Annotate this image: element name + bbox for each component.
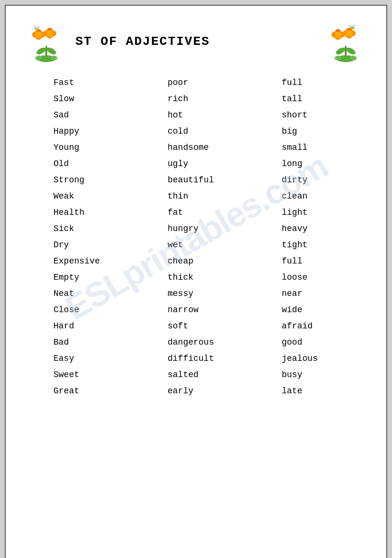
list-item: Fast [25,74,139,91]
svg-point-1 [35,46,47,56]
svg-point-45 [352,25,356,28]
header: ST OF ADJECTIVES [25,20,367,63]
list-item: ugly [139,156,253,172]
svg-point-2 [46,46,57,56]
list-item: Neat [25,285,139,302]
list-item: loose [253,269,367,285]
list-item: salted [139,367,253,383]
list-item: thin [139,188,253,204]
list-item: light [253,204,367,221]
list-item: cold [139,123,253,139]
svg-point-38 [346,30,352,37]
list-item: poor [139,74,253,91]
list-item: difficult [139,350,253,367]
list-item: narrow [139,302,253,318]
list-item: Dry [25,237,139,253]
list-item: afraid [253,318,367,334]
list-item: Easy [25,350,139,367]
list-item: rich [139,91,253,107]
list-item: hot [139,107,253,123]
list-item: jealous [253,350,367,367]
flower-left-icon [25,20,68,63]
list-item: beautiful [139,172,253,188]
list-item: Sad [25,107,139,123]
list-item: late [253,383,367,399]
list-item: thick [139,269,253,285]
svg-point-10 [35,31,42,38]
list-item: hungry [139,221,253,237]
list-item: busy [253,367,367,383]
word-list: FastpoorfullSlowrichtallSadhotshortHappy… [25,74,367,399]
page: ST OF ADJECTIVES [5,5,387,558]
list-item: Sweet [25,367,139,383]
list-item: Empty [25,269,139,285]
list-item: Young [25,139,139,156]
svg-point-25 [345,46,357,56]
list-item: Hard [25,318,139,334]
list-item: handsome [139,139,253,156]
list-item: full [253,74,367,91]
page-title: ST OF ADJECTIVES [75,34,210,49]
list-item: near [253,285,367,302]
list-item: Sick [25,221,139,237]
list-item: clean [253,188,367,204]
list-item: big [253,123,367,139]
list-item: early [139,383,253,399]
list-item: full [253,253,367,269]
header-left: ST OF ADJECTIVES [25,20,210,63]
list-item: dangerous [139,334,253,350]
list-item: Weak [25,188,139,204]
list-item: Great [25,383,139,399]
flower-right-icon [324,20,367,63]
list-item: wet [139,237,253,253]
list-item: Strong [25,172,139,188]
svg-point-15 [46,30,53,37]
list-item: messy [139,285,253,302]
list-item: fat [139,204,253,221]
svg-point-33 [335,31,341,38]
list-item: cheap [139,253,253,269]
list-item: short [253,107,367,123]
list-item: wide [253,302,367,318]
list-item: tight [253,237,367,253]
list-item: Bad [25,334,139,350]
list-item: Old [25,156,139,172]
list-item: good [253,334,367,350]
list-item: Expensive [25,253,139,269]
list-item: dirty [253,172,367,188]
svg-point-24 [335,46,346,56]
list-item: soft [139,318,253,334]
list-item: Health [25,204,139,221]
svg-point-22 [36,27,41,29]
list-item: Slow [25,91,139,107]
list-item: small [253,139,367,156]
list-item: Close [25,302,139,318]
list-item: long [253,156,367,172]
list-item: tall [253,91,367,107]
list-item: Happy [25,123,139,139]
list-item: heavy [253,221,367,237]
